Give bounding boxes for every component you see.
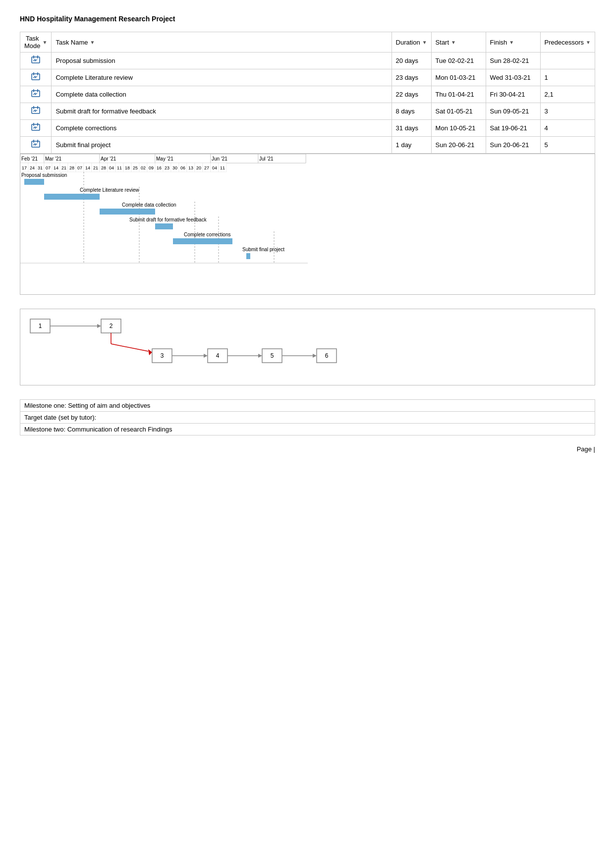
task-pred-cell: 5 [540,137,595,154]
milestone-table: Milestone one: Setting of aim and object… [20,399,595,435]
milestone-text: Milestone one: Setting of aim and object… [20,400,595,412]
page-label: Page | [577,445,595,453]
task-start-cell: Tue 02-02-21 [431,53,486,69]
svg-text:23: 23 [165,165,169,170]
table-row: Submit final project1 daySun 20-06-21Sun… [20,137,595,154]
task-start-cell: Mon 10-05-21 [431,120,486,137]
dependency-diagram: 1 2 3 4 5 6 [20,309,595,385]
task-mode-cell [20,86,52,103]
col-header-start[interactable]: Start ▼ [431,32,486,53]
milestone-text: Milestone two: Communication of research… [20,424,595,435]
task-name-cell: Submit final project [52,137,391,154]
milestone-row: Target date (set by tutor): [20,412,595,424]
svg-text:31: 31 [38,165,43,170]
svg-text:14: 14 [85,165,90,170]
task-pred-cell [540,53,595,69]
table-row: Submit draft for formative feedback8 day… [20,103,595,120]
task-name-cell: Submit draft for formative feedback [52,103,391,120]
svg-rect-6 [32,91,40,97]
svg-text:02: 02 [141,165,146,170]
task-finish-cell: Sun 28-02-21 [486,53,540,69]
svg-text:07: 07 [46,165,51,170]
svg-text:4: 4 [216,352,220,359]
svg-text:28: 28 [101,165,106,170]
milestone-text: Target date (set by tutor): [20,412,595,424]
svg-rect-99 [246,253,250,259]
svg-text:Jul '21: Jul '21 [259,156,274,162]
task-duration-cell: 8 days [391,103,431,120]
task-mode-icon [31,89,41,100]
task-finish-cell: Fri 30-04-21 [486,86,540,103]
task-finish-cell: Sun 09-05-21 [486,103,540,120]
svg-marker-104 [97,324,101,328]
task-duration-cell: 22 days [391,86,431,103]
svg-text:04: 04 [109,165,114,170]
svg-text:24: 24 [30,165,35,170]
task-duration-cell: 20 days [391,53,431,69]
svg-text:Complete corrections: Complete corrections [184,232,230,237]
svg-text:Complete Literature review: Complete Literature review [80,187,139,193]
task-start-cell: Sat 01-05-21 [431,103,486,120]
svg-text:25: 25 [133,165,138,170]
col-header-name[interactable]: Task Name ▼ [52,32,391,53]
svg-text:28: 28 [69,165,74,170]
svg-rect-97 [173,238,232,244]
svg-text:21: 21 [61,165,66,170]
task-name-cell: Complete Literature review [52,69,391,86]
svg-rect-93 [100,209,155,215]
svg-text:13: 13 [188,165,193,170]
svg-text:30: 30 [172,165,177,170]
task-duration-cell: 23 days [391,69,431,86]
col-header-finish[interactable]: Finish ▼ [486,32,540,53]
task-finish-cell: Sat 19-06-21 [486,120,540,137]
svg-text:14: 14 [54,165,58,170]
task-mode-cell [20,103,52,120]
task-mode-cell [20,120,52,137]
task-mode-icon [31,55,41,66]
task-mode-cell [20,69,52,86]
svg-text:1: 1 [39,323,42,329]
svg-text:16: 16 [157,165,162,170]
svg-text:Mar '21: Mar '21 [45,156,61,162]
table-row: Complete corrections31 daysMon 10-05-21S… [20,120,595,137]
svg-text:Submit final project: Submit final project [242,247,284,252]
svg-text:06: 06 [180,165,185,170]
svg-text:Proposal submission: Proposal submission [21,172,67,178]
task-mode-icon [31,122,41,134]
svg-text:27: 27 [204,165,209,170]
page-footer: Page | [20,445,595,453]
svg-text:21: 21 [93,165,98,170]
task-mode-icon [31,139,41,151]
svg-rect-15 [32,141,40,147]
svg-line-108 [111,344,148,351]
svg-text:17: 17 [22,165,27,170]
svg-text:07: 07 [77,165,82,170]
svg-text:Apr '21: Apr '21 [101,156,116,162]
col-header-pred[interactable]: Predecessors ▼ [540,32,595,53]
svg-text:Submit draft for formative fee: Submit draft for formative feedback [129,217,207,222]
svg-text:Jun '21: Jun '21 [212,156,227,162]
svg-marker-121 [313,354,317,358]
col-header-duration[interactable]: Duration ▼ [391,32,431,53]
svg-text:09: 09 [149,165,154,170]
svg-marker-109 [148,349,152,355]
task-name-cell: Complete corrections [52,120,391,137]
task-start-cell: Sun 20-06-21 [431,137,486,154]
svg-text:11: 11 [117,165,122,170]
svg-marker-113 [204,354,208,358]
svg-rect-3 [32,74,40,80]
task-name-cell: Proposal submission [52,53,391,69]
task-table: TaskMode ▼ Task Name ▼ Duration ▼ Start … [20,32,595,154]
task-mode-cell [20,137,52,154]
task-name-cell: Complete data collection [52,86,391,103]
svg-text:18: 18 [125,165,130,170]
svg-text:May '21: May '21 [156,156,173,162]
task-mode-cell [20,53,52,69]
gantt-chart: Feb '21 Mar '21 Apr '21 May '21 Jun '21 … [20,154,595,295]
svg-text:3: 3 [161,352,164,359]
svg-text:04: 04 [212,165,217,170]
col-header-mode[interactable]: TaskMode ▼ [20,32,52,53]
task-duration-cell: 31 days [391,120,431,137]
task-mode-icon [31,106,41,117]
svg-rect-0 [32,57,40,63]
